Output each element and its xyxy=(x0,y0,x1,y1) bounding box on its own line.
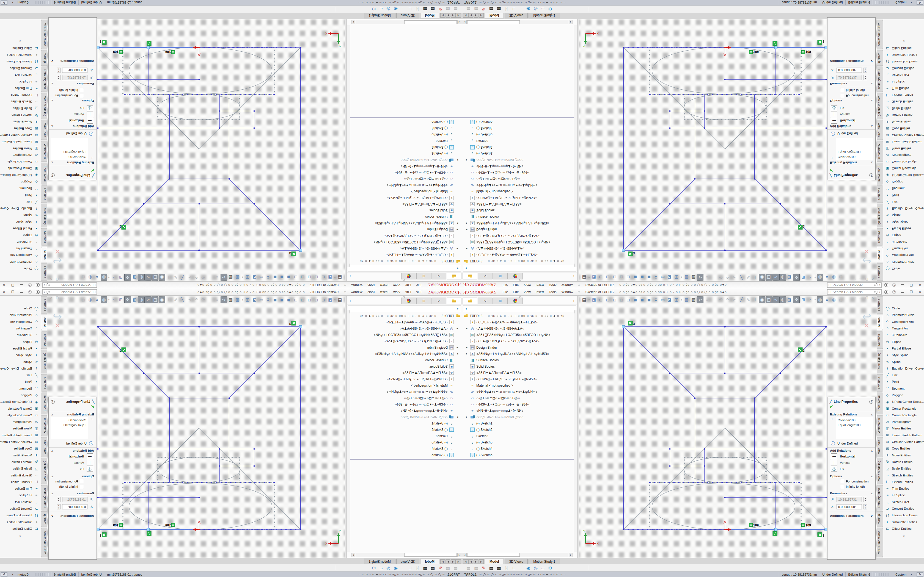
sketch-tool-item[interactable]: ↔ Stretch Entities xyxy=(883,98,924,105)
sketch-tool-item[interactable]: ↔ Stretch Entities xyxy=(883,472,924,479)
sketch-diagonal[interactable] xyxy=(229,327,300,398)
sketch-tool-item[interactable]: ⊞ Linear Sketch Pattern xyxy=(0,432,41,438)
menu-item[interactable]: Insert xyxy=(533,283,546,287)
display-pane-icon[interactable]: ∟ xyxy=(512,566,516,571)
construction-line[interactable] xyxy=(199,428,300,529)
toolbar-icon[interactable]: ✂ xyxy=(731,297,738,303)
sketch-tool-item[interactable]: ◯ Circle xyxy=(883,266,924,272)
toolbar-icon[interactable]: ↧ xyxy=(653,274,659,280)
tree-row[interactable]: ▶ (-) Sketch1 xyxy=(347,151,462,157)
relation-list-item[interactable]: Collinear108 xyxy=(838,154,871,159)
toolbar-icon[interactable]: ↷ xyxy=(193,274,200,280)
section-parameters[interactable]: Parameters∧ xyxy=(48,81,97,87)
search-input[interactable]: Search CAD Models xyxy=(52,290,92,294)
sketch-tool-item[interactable]: ◿ Scale Entities xyxy=(883,465,924,472)
tree-row[interactable]: ▶ ○Ƨ5✛ƷΕƧ5○ИΝ◎∘✛ƆƆΕƧ5○∘○5ƧΕƆƆ✛∘◎ΝИ○ xyxy=(462,332,577,338)
endpoint-handle[interactable] xyxy=(97,46,99,49)
toolbar-icon[interactable]: ◻ xyxy=(313,297,320,303)
toolbar-icon[interactable]: ◻ xyxy=(625,297,632,303)
toolbar-icon[interactable]: ∿ xyxy=(772,274,779,280)
command-tab[interactable]: Direct Editing xyxy=(41,204,47,227)
more-tools-chevron[interactable]: ∨ xyxy=(0,39,41,42)
panel-help-icon[interactable]: ? xyxy=(869,174,873,177)
angle-spinner[interactable]: ▲▼ xyxy=(57,504,60,509)
tab-property-manager[interactable]: ⊕ xyxy=(416,273,431,279)
sketch-tool-item[interactable]: ◈ 3 Point Center Recta... xyxy=(883,398,924,405)
sketch-tool-item[interactable]: ≀ Style Spline xyxy=(883,352,924,358)
sketch-tool-item[interactable]: ✂ Trim Entities xyxy=(883,485,924,492)
panel-help-icon[interactable]: ? xyxy=(51,400,55,404)
command-tab[interactable]: Data Migration xyxy=(41,67,47,92)
toolbar-icon[interactable]: ◳ xyxy=(766,274,772,280)
add-relation-button[interactable]: ⚓ Fix xyxy=(827,466,876,472)
scroll-right-icon[interactable]: ▶ xyxy=(351,553,355,557)
display-pane-icon[interactable]: ∟ xyxy=(408,566,412,571)
sketch-tool-item[interactable]: ▪ Point xyxy=(883,192,924,198)
small-ellipse[interactable] xyxy=(158,95,240,120)
section-add-relations[interactable]: Add Relations∧ xyxy=(48,124,97,130)
section-additional-parameters[interactable]: Additional Parameters ∨ xyxy=(827,512,876,520)
cancel-sketch-icon[interactable]: ✕ xyxy=(53,248,62,255)
panel-vertical-scrollbar[interactable] xyxy=(573,310,577,552)
large-ellipse[interactable] xyxy=(652,47,795,94)
tree-splitter[interactable] xyxy=(347,117,462,118)
tree-row[interactable]: ▶ ○Ƨ5ƷΕ✛∘♟◎ΛΑΦ○∘○ΦΑΛ◎♟∘✛ΕƷ5Ƨ○ xyxy=(462,252,577,258)
menu-item[interactable]: View xyxy=(391,290,403,294)
endpoint-handle[interactable] xyxy=(622,249,625,252)
toolbar-icon[interactable]: ◻ xyxy=(618,297,625,303)
tree-row[interactable]: ▶ Surface Bodies xyxy=(462,214,577,220)
tree-row[interactable]: ▶ (-) Sketch4 xyxy=(462,445,577,452)
toolbar-icon[interactable]: ◼ xyxy=(639,274,645,280)
tree-row[interactable]: ▶ ○Ƨ5ИΝ◎∘✛ΑΠƷΕ○∘○ΕƷΠΑ✛∘◎ΝИ5Ƨ○ xyxy=(462,195,577,201)
toolbar-icon[interactable]: ◼ xyxy=(272,297,278,303)
toolbar-icon[interactable]: ✛ xyxy=(793,297,800,303)
display-pane-icon[interactable]: ▤ xyxy=(467,566,470,571)
tree-row[interactable]: ▶ ○✛ИΝ◎♟+○✶⊙◻○∘○◻⊙✶○+♟◎ΝИ✛○ xyxy=(462,388,577,395)
sketch-tool-item[interactable]: ◇ Polygon xyxy=(883,179,924,185)
tree-horizontal-scrollbar[interactable]: ◀ ▶ xyxy=(462,553,573,557)
relation-tag[interactable]: 3 xyxy=(120,225,126,229)
command-tab[interactable]: Data Migration xyxy=(877,485,883,511)
close-button[interactable]: ✕ xyxy=(2,290,6,294)
endpoint-handle[interactable] xyxy=(147,46,150,49)
endpoint-handle[interactable] xyxy=(774,528,777,531)
tree-row[interactable]: ▶ ○Ƨ5♟◎Ƨ5ИΝƷΕƧ5○∘○5ƧΕƷΝИ5Ƨ◎♟5Ƨ○ xyxy=(462,338,577,344)
sketch-tool-item[interactable]: ↻ Rotate Entities xyxy=(883,459,924,465)
sketch-tool-item[interactable]: ◌ Perimeter Circle xyxy=(883,259,924,265)
sketch-diagonal[interactable] xyxy=(754,179,826,250)
display-pane-icon[interactable]: ⇅ xyxy=(416,566,419,571)
pin-icon[interactable]: ✛ xyxy=(344,283,346,287)
search-input[interactable]: Search CAD Models xyxy=(833,283,873,287)
sketch-tool-item[interactable]: ╱ Line xyxy=(883,372,924,378)
command-tab[interactable]: Surfaces xyxy=(41,331,47,349)
toolbar-icon[interactable]: ◪ xyxy=(666,274,673,280)
toolbar-icon[interactable]: ⊥ xyxy=(752,297,758,303)
toolbar-icon[interactable]: ◻ xyxy=(837,297,844,303)
search-icon[interactable] xyxy=(48,291,50,293)
sketch-tool-item[interactable]: ƒ Equation Driven Curve xyxy=(0,365,41,372)
toolbar-icon[interactable]: ◉ xyxy=(759,274,765,280)
scrollbar-thumb[interactable] xyxy=(467,20,520,24)
display-pane-icon[interactable]: ⚙ xyxy=(372,566,376,571)
display-pane-icon[interactable]: ▦ xyxy=(497,566,501,571)
parallel-relation-tag[interactable]: ╱ xyxy=(773,531,777,536)
menu-item[interactable]: View xyxy=(391,283,403,287)
sketch-tool-item[interactable]: ◠ Centerpoint Arc xyxy=(0,318,41,325)
option-row[interactable]: Infinite length xyxy=(48,484,97,489)
tab-scroll-button[interactable]: ▶ xyxy=(440,13,445,18)
small-ellipse[interactable] xyxy=(158,457,240,482)
tree-row[interactable]: ▶ Design Binder xyxy=(462,226,577,233)
command-tab[interactable]: Surfaces xyxy=(41,228,47,246)
model-tab[interactable]: 3D Views xyxy=(396,13,419,18)
angle-field[interactable]: 0.00000000° xyxy=(837,504,862,509)
tree-row[interactable]: ▶ ○Ƨ5∙Π✶♟ΑΠ○∘○ΠΑ♟✶Π∙5Ƨ○ xyxy=(347,201,462,208)
toolbar-icon[interactable]: ◼ xyxy=(646,274,652,280)
toolbar-icon[interactable]: ⬔ xyxy=(327,274,333,280)
tree-row[interactable]: ▶ Material < not specified > xyxy=(462,382,577,388)
sketch-tool-item[interactable]: ⊃ Convert Entities xyxy=(0,505,41,512)
sketch-tool-item[interactable]: ⊢ Extend Entities xyxy=(883,479,924,485)
tab-scroll-button[interactable]: ▶ xyxy=(479,559,484,564)
command-tab[interactable]: Mesh Modeling xyxy=(877,458,883,484)
option-row[interactable]: For construction xyxy=(827,479,876,484)
toolbar-icon[interactable]: ▨ xyxy=(228,274,234,280)
